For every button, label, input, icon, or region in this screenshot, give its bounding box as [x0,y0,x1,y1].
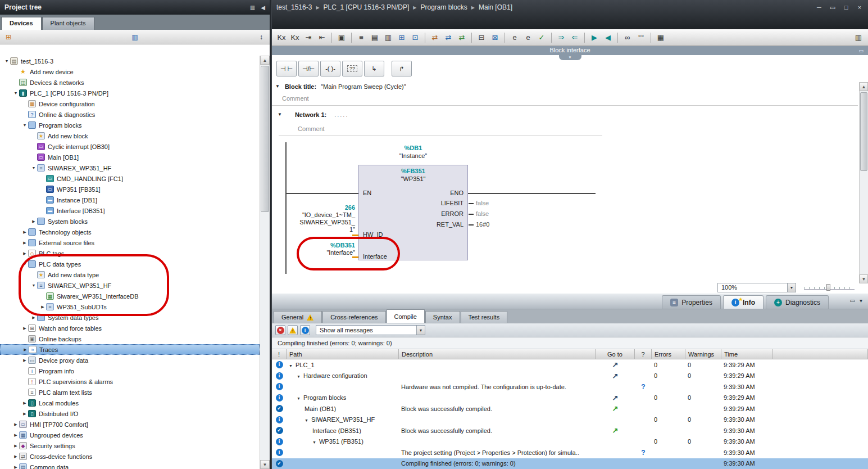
editor-scroll-up-icon[interactable]: ▲ [860,82,868,91]
pin-panel-icon[interactable]: ▥ [250,4,255,11]
tree-item-cyclic-interrupt-ob30[interactable]: ▭Cyclic interrupt [OB30] [0,141,260,152]
float-panel-icon[interactable]: ▭ [850,297,855,304]
minimize-icon[interactable]: ─ [815,4,823,11]
tree-item-interface-db351[interactable]: ▬Interface [DB351] [0,205,260,216]
expander-icon[interactable]: ▶ [39,305,46,309]
message-row[interactable]: i▼Hardware configuration↗009:39:29 AM [272,371,868,382]
column-header-[interactable]: ! [272,349,287,359]
breadcrumb-item-test-1516-3[interactable]: test_1516-3 [276,3,312,11]
expander-icon[interactable]: ▶ [12,433,19,438]
tree-item-online-diagnostics[interactable]: ?Online & diagnostics [0,109,260,120]
scroll-up-icon[interactable]: ▲ [260,56,270,65]
message-row[interactable]: i▼PLC_1↗009:39:29 AM [272,359,868,371]
errors-filter-icon[interactable]: × [275,325,285,335]
tree-item-technology-objects[interactable]: ▶Technology objects [0,227,260,237]
collapse-panel-icon[interactable]: ◀ [261,4,265,11]
expander-icon[interactable]: ▼ [21,123,28,127]
breadcrumb-item-main-ob1[interactable]: Main [OB1] [479,3,512,11]
message-filter-dropdown[interactable]: Show all messages ▼ [316,325,425,335]
goto-arrow-icon[interactable]: ↗ [612,426,619,435]
indent-left-icon[interactable]: ⇤ [316,31,328,44]
tree-item-hmi-tp700-comfort[interactable]: ▶▭HMI [TP700 Comfort] [0,419,260,430]
tree-item-siwarex-wp351-hf[interactable]: ▼≡SIWAREX_WP351_HF [0,163,260,173]
fb-name[interactable]: "WP351" [358,175,468,182]
start-cpu-icon[interactable]: ▶ [588,31,601,44]
tree-item-program-info[interactable]: iProgram info [0,366,260,376]
column-header-[interactable]: ? [635,349,652,359]
jump-label-icon[interactable]: ⊡ [409,31,421,44]
tree-item-device-proxy-data[interactable]: ▶▭Device proxy data [0,355,260,366]
detach-editor-icon[interactable]: ▦ [655,31,667,44]
expand-collapse-icon[interactable]: ↕ [256,31,267,43]
insert-kx-icon[interactable]: Kx [275,31,288,44]
tree-item-add-new-device[interactable]: ★Add new device [0,66,260,77]
tab-general[interactable]: General! [274,311,322,323]
goto-cell[interactable]: ↗ [596,360,635,369]
goto-arrow-icon[interactable]: ↗ [612,404,619,413]
hwid-operand[interactable]: 266 "IO_device_1~TM_ SIWAREX_WP351_ 1" [283,204,355,233]
maximize-icon[interactable]: □ [842,4,850,11]
convert-lad-fbd-icon[interactable]: ⇄ [442,31,455,44]
tree-item-ungrouped-devices[interactable]: ▶▦Ungrouped devices [0,430,260,440]
interface-db-address[interactable]: %DB351 [283,242,355,249]
lifebit-value[interactable]: false [476,200,489,206]
close-branch-button[interactable]: ↱ [392,61,412,76]
message-row[interactable]: ✓Interface (DB351)Block was successfully… [272,425,868,436]
block-title-value[interactable]: "Main Program Sweep (Cycle)" [321,83,406,90]
breadcrumb-item-program-blocks[interactable]: Program blocks [420,3,467,11]
message-row[interactable]: i▼Program blocks↗009:39:29 AM [272,393,868,404]
swap-operands-icon[interactable]: ⇄ [429,31,441,44]
favorites-icon[interactable]: ⊞ [396,31,408,44]
help-question-icon[interactable]: ? [641,383,645,391]
close-all-boxes-icon[interactable]: ⊟ [475,31,488,44]
expander-icon[interactable]: ▶ [21,358,28,363]
edit-constants-icon[interactable]: e [508,31,521,44]
expander-icon[interactable]: ▶ [21,241,28,245]
tree-item-plc-tags[interactable]: ▶◇PLC tags [0,248,260,259]
message-row[interactable]: i▼SIWAREX_WP351_HF009:39:30 AM [272,414,868,426]
tree-item-main-ob1[interactable]: ▭Main [OB1] [0,152,260,163]
column-header-errors[interactable]: Errors [652,349,685,359]
warnings-filter-icon[interactable]: ! [288,325,298,335]
network-title[interactable]: Network 1: [295,111,326,118]
tree-item-watch-and-force-tables[interactable]: ▶⊞Watch and force tables [0,323,260,333]
scroll-thumb[interactable] [261,66,269,212]
go-offline-icon[interactable]: ⇐ [569,31,581,44]
pane-tab-diagnostics[interactable]: +Diagnostics [766,295,829,309]
editor-scroll-down-icon[interactable]: ▼ [860,274,868,283]
help-cell[interactable]: ? [635,383,652,391]
tree-item-siwarex-wp351-interfacedb[interactable]: ▦Siwarex_WP351_InterfaceDB [0,291,260,301]
expander-icon[interactable]: ▼ [21,262,28,266]
pane-tab-properties[interactable]: ≡Properties [662,295,721,309]
hwid-value[interactable]: 266 [283,204,355,211]
expander-icon[interactable]: ▼ [312,440,316,444]
fb-number[interactable]: %FB351 [358,168,468,174]
block-interface-collapse-handle[interactable]: ▼ [559,55,581,60]
column-header-time[interactable]: Time [721,349,773,359]
tree-item-devices-networks[interactable]: ◫Devices & networks [0,77,260,88]
tree-item-security-settings[interactable]: ▶◆Security settings [0,440,260,451]
expand-networks-icon[interactable]: ≡ [355,31,367,44]
snapshot-icon[interactable]: °° [635,31,647,44]
tree-item-external-source-files[interactable]: ▶External source files [0,237,260,248]
zoom-slider-thumb[interactable] [826,284,830,291]
toggle-comments-icon[interactable]: ▥ [382,31,394,44]
column-headers-icon[interactable]: ▥ [129,31,140,43]
tab-devices[interactable]: Devices [1,17,42,30]
editor-scrollbar[interactable]: ▲ ▼ [859,82,868,283]
tab-compile[interactable]: Compile [387,309,425,323]
scroll-down-icon[interactable]: ▼ [260,460,270,469]
indent-right-icon[interactable]: ⇥ [302,31,315,44]
restore-icon[interactable]: ▭ [829,4,837,11]
tree-item-traces[interactable]: ▶≈Traces [0,344,260,355]
tree-item-add-new-data-type[interactable]: ★Add new data type [0,269,260,280]
edit-tags-icon[interactable]: e [522,31,534,44]
tree-item-program-blocks[interactable]: ▼Program blocks [0,120,260,130]
expander-icon[interactable]: ▶ [30,315,37,320]
expander-icon[interactable]: ▼ [305,418,308,422]
goto-arrow-icon[interactable]: ↗ [612,372,619,380]
zoom-slider[interactable] [804,283,855,291]
column-header-go-to[interactable]: Go to [596,349,635,359]
filter-dropdown-icon[interactable]: ▼ [416,326,425,335]
expander-icon[interactable]: ▶ [21,230,28,234]
